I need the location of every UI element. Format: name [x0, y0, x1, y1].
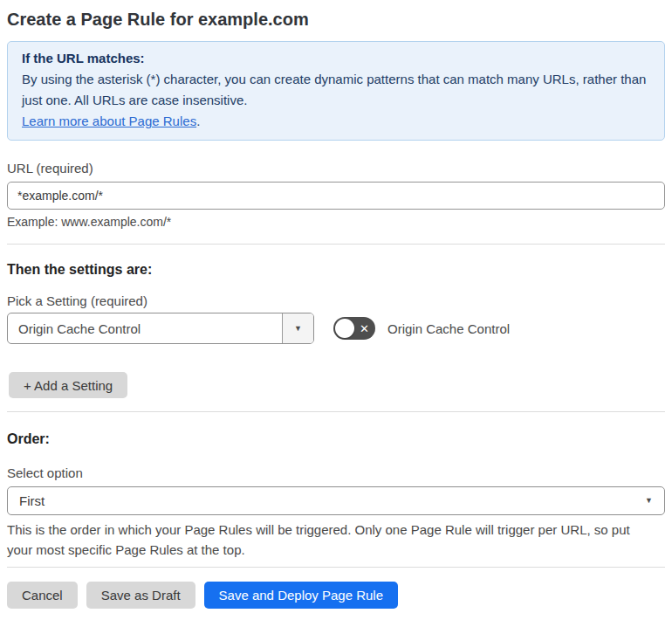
toggle-label: Origin Cache Control — [387, 321, 510, 336]
url-example-text: Example: www.example.com/* — [7, 215, 665, 230]
create-page-rule-form: Create a Page Rule for example.com If th… — [0, 7, 672, 620]
setting-row: Origin Cache Control ▼ ✕ Origin Cache Co… — [7, 313, 665, 344]
chevron-down-icon: ▼ — [294, 325, 302, 333]
add-setting-button[interactable]: + Add a Setting — [9, 372, 127, 398]
learn-more-link[interactable]: Learn more about Page Rules — [22, 114, 196, 128]
setting-select-arrow-button[interactable]: ▼ — [282, 313, 313, 343]
order-select[interactable]: First ▼ — [7, 486, 665, 515]
order-help-text: This is the order in which your Page Rul… — [7, 520, 653, 560]
setting-select-value: Origin Cache Control — [8, 313, 282, 343]
settings-section-heading: Then the settings are: — [7, 261, 665, 279]
divider — [7, 244, 665, 245]
toggle-knob — [335, 319, 354, 338]
page-title: Create a Page Rule for example.com — [7, 7, 665, 31]
save-as-draft-button[interactable]: Save as Draft — [86, 582, 195, 609]
footer-actions: Cancel Save as Draft Save and Deploy Pag… — [7, 582, 665, 609]
divider — [7, 567, 665, 568]
order-select-label: Select option — [7, 465, 665, 481]
order-section-heading: Order: — [7, 431, 665, 448]
url-match-info-box: If the URL matches: By using the asteris… — [7, 41, 665, 141]
info-box-heading: If the URL matches: — [22, 48, 650, 69]
cancel-button[interactable]: Cancel — [7, 582, 78, 609]
origin-cache-control-toggle[interactable]: ✕ — [333, 317, 375, 340]
url-input[interactable] — [7, 182, 665, 210]
order-select-value: First — [19, 493, 45, 508]
setting-select[interactable]: Origin Cache Control ▼ — [7, 313, 314, 344]
divider — [7, 411, 665, 412]
link-suffix: . — [196, 114, 200, 128]
toggle-off-x-icon: ✕ — [360, 323, 369, 334]
info-box-link-line: Learn more about Page Rules. — [22, 111, 650, 132]
info-box-body: By using the asterisk (*) character, you… — [22, 69, 650, 111]
pick-setting-label: Pick a Setting (required) — [7, 293, 665, 309]
save-and-deploy-button[interactable]: Save and Deploy Page Rule — [204, 582, 398, 609]
chevron-down-icon: ▼ — [645, 497, 653, 505]
url-field-label: URL (required) — [7, 161, 665, 176]
